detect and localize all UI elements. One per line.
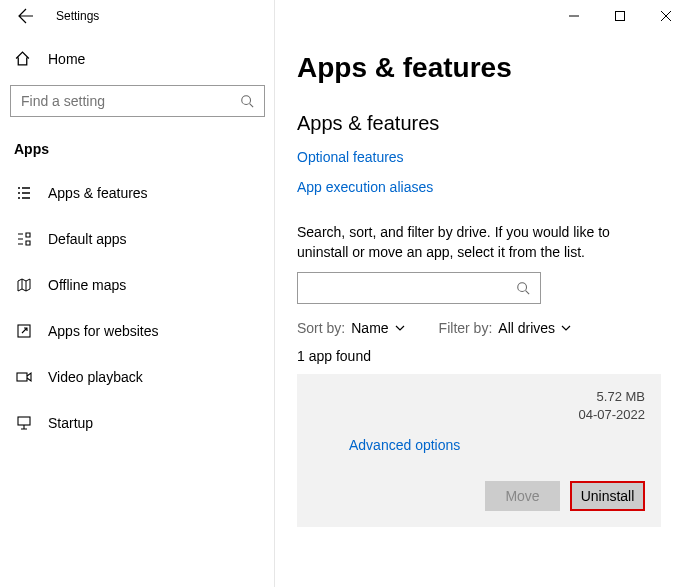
nav-item-label: Apps & features: [48, 185, 148, 201]
nav-item-label: Offline maps: [48, 277, 126, 293]
app-size: 5.72 MB: [579, 388, 646, 406]
filter-by-dropdown[interactable]: Filter by: All drives: [439, 320, 571, 336]
home-icon: [14, 50, 34, 67]
search-input-wrapper[interactable]: [10, 85, 265, 117]
nav-video-playback[interactable]: Video playback: [6, 359, 269, 395]
svg-rect-0: [616, 12, 625, 21]
back-button[interactable]: [14, 4, 38, 28]
sidebar: Home Apps Apps & features Default apps O…: [0, 32, 275, 587]
sort-by-dropdown[interactable]: Sort by: Name: [297, 320, 405, 336]
nav-item-label: Startup: [48, 415, 93, 431]
video-icon: [14, 369, 34, 385]
svg-point-5: [518, 283, 527, 292]
nav-item-label: Video playback: [48, 369, 143, 385]
nav-offline-maps[interactable]: Offline maps: [6, 267, 269, 303]
startup-icon: [14, 415, 34, 431]
link-advanced-options[interactable]: Advanced options: [349, 437, 460, 453]
nav-apps-websites[interactable]: Apps for websites: [6, 313, 269, 349]
category-header: Apps: [6, 135, 269, 175]
window-title: Settings: [56, 9, 99, 23]
close-button[interactable]: [643, 0, 689, 32]
nav-home[interactable]: Home: [6, 42, 269, 75]
nav-home-label: Home: [48, 51, 85, 67]
arrow-left-icon: [18, 8, 34, 24]
nav-item-label: Apps for websites: [48, 323, 159, 339]
nav-item-label: Default apps: [48, 231, 127, 247]
filter-value: All drives: [498, 320, 555, 336]
move-button: Move: [485, 481, 560, 511]
svg-point-1: [242, 96, 251, 105]
page-title: Apps & features: [297, 52, 661, 84]
nav-startup[interactable]: Startup: [6, 405, 269, 441]
search-icon: [516, 281, 530, 295]
search-icon: [240, 94, 254, 108]
link-optional-features[interactable]: Optional features: [297, 149, 404, 165]
sort-label: Sort by:: [297, 320, 345, 336]
app-search-input[interactable]: [297, 272, 541, 304]
main-content: Apps & features Apps & features Optional…: [275, 32, 689, 587]
nav-apps-features[interactable]: Apps & features: [6, 175, 269, 211]
sort-value: Name: [351, 320, 388, 336]
minimize-icon: [569, 11, 579, 21]
nav-default-apps[interactable]: Default apps: [6, 221, 269, 257]
app-list-item[interactable]: 5.72 MB 04-07-2022 Advanced options Move…: [297, 374, 661, 526]
maximize-button[interactable]: [597, 0, 643, 32]
open-icon: [14, 323, 34, 339]
close-icon: [661, 11, 671, 21]
svg-rect-3: [17, 373, 27, 381]
app-count: 1 app found: [297, 348, 661, 364]
defaults-icon: [14, 231, 34, 247]
list-icon: [14, 185, 34, 201]
link-app-execution-aliases[interactable]: App execution aliases: [297, 179, 433, 195]
chevron-down-icon: [395, 323, 405, 333]
svg-rect-4: [18, 417, 30, 425]
search-input[interactable]: [21, 93, 240, 109]
section-heading: Apps & features: [297, 112, 661, 135]
minimize-button[interactable]: [551, 0, 597, 32]
uninstall-button[interactable]: Uninstall: [570, 481, 645, 511]
maximize-icon: [615, 11, 625, 21]
map-icon: [14, 277, 34, 293]
app-date: 04-07-2022: [579, 406, 646, 424]
filter-label: Filter by:: [439, 320, 493, 336]
chevron-down-icon: [561, 323, 571, 333]
section-description: Search, sort, and filter by drive. If yo…: [297, 223, 661, 262]
